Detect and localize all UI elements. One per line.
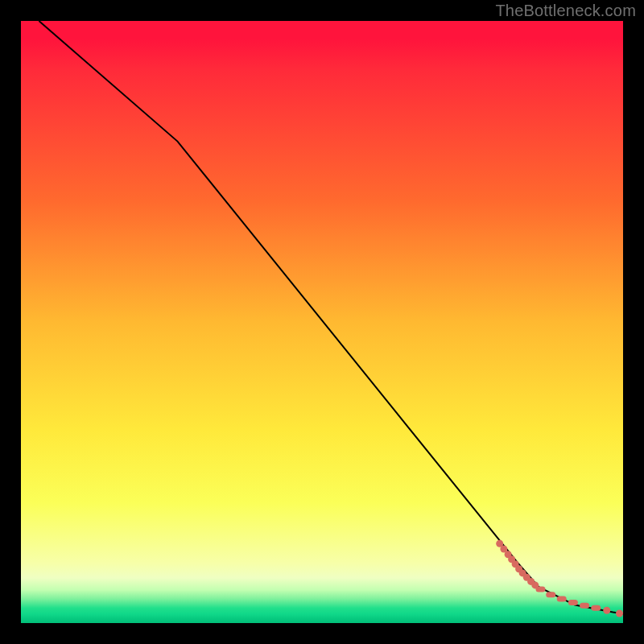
marker-dash	[557, 597, 567, 602]
chart-plot	[21, 21, 623, 623]
marker-layer	[496, 540, 623, 617]
marker-dash	[568, 600, 578, 605]
marker-dot	[603, 607, 610, 614]
marker-dash	[591, 605, 601, 611]
watermark-text: TheBottleneck.com	[495, 2, 636, 20]
bottleneck-curve	[39, 21, 623, 614]
marker-dot	[616, 610, 623, 617]
marker-dash	[536, 587, 546, 592]
marker-dash	[546, 592, 555, 597]
marker-dash	[580, 603, 589, 609]
